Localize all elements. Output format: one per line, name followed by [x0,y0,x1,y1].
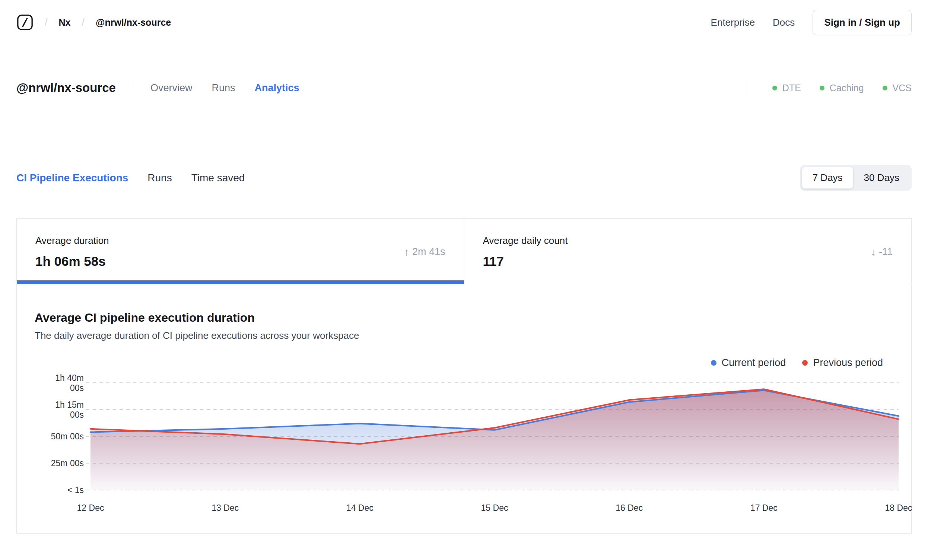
status-badge-label: DTE [782,82,801,93]
svg-text:15 Dec: 15 Dec [481,503,508,513]
stat-row: Average duration 1h 06m 58s ↑ 2m 41s Ave… [17,218,911,284]
svg-text:< 1s: < 1s [67,485,84,495]
tab-runs-analytics[interactable]: Runs [148,172,172,184]
tab-overview[interactable]: Overview [150,82,192,94]
nx-cloud-logo-icon[interactable] [17,14,34,31]
enterprise-link[interactable]: Enterprise [711,17,755,28]
stat-value: 1h 06m 58s [35,254,109,269]
tab-analytics[interactable]: Analytics [254,82,299,94]
blue-dot-icon [711,360,716,366]
range-7-days[interactable]: 7 Days [802,167,853,189]
svg-text:25m 00s: 25m 00s [51,458,84,468]
stat-delta-value: -11 [879,246,893,258]
green-dot-icon [772,85,777,90]
legend-label: Previous period [813,357,883,369]
title-divider [133,78,133,98]
breadcrumb-repo[interactable]: @nrwl/nx-source [96,17,171,28]
chart-legend: Current period Previous period [35,357,893,369]
docs-link[interactable]: Docs [773,17,795,28]
navbar-right: Enterprise Docs Sign in / Sign up [711,10,911,35]
status-badge-label: Caching [830,82,864,93]
green-dot-icon [882,85,887,90]
status-badge-dte: DTE [772,82,801,93]
breadcrumb-separator: / [45,17,48,28]
breadcrumb-separator: / [82,17,84,28]
workspace-header: @nrwl/nx-source Overview Runs Analytics … [0,78,928,98]
svg-text:13 Dec: 13 Dec [212,503,239,513]
arrow-up-icon: ↑ [404,246,409,258]
stat-delta-value: 2m 41s [412,246,446,258]
svg-text:1h 15m00s: 1h 15m00s [55,400,84,420]
legend-previous-period[interactable]: Previous period [802,357,883,369]
analytics-tab-list: CI Pipeline Executions Runs Time saved [17,172,245,184]
badge-divider [746,79,747,97]
stat-delta: ↑ 2m 41s [404,246,446,258]
legend-label: Current period [722,357,786,369]
range-30-days[interactable]: 30 Days [853,167,910,188]
svg-text:17 Dec: 17 Dec [750,503,778,513]
date-range-toggle: 7 Days 30 Days [800,165,911,191]
tab-time-saved[interactable]: Time saved [191,172,245,184]
svg-text:1h 40m00s: 1h 40m00s [55,373,84,393]
stat-label: Average daily count [483,235,568,247]
breadcrumb-org[interactable]: Nx [59,17,71,28]
workspace-tabs: Overview Runs Analytics [150,82,299,94]
chart-title: Average CI pipeline execution duration [35,311,893,325]
status-badge-caching: Caching [820,82,864,93]
stat-average-duration[interactable]: Average duration 1h 06m 58s ↑ 2m 41s [17,218,464,284]
svg-text:14 Dec: 14 Dec [346,503,374,513]
chart-subtitle: The daily average duration of CI pipelin… [35,330,893,342]
status-badge-vcs: VCS [882,82,911,93]
red-dot-icon [802,360,808,366]
status-badge-label: VCS [893,82,911,93]
tab-runs[interactable]: Runs [212,82,235,94]
arrow-down-icon: ↓ [871,246,876,258]
top-navbar: / Nx / @nrwl/nx-source Enterprise Docs S… [0,0,928,45]
svg-text:16 Dec: 16 Dec [615,503,643,513]
sign-in-button[interactable]: Sign in / Sign up [812,10,911,35]
svg-text:18 Dec: 18 Dec [885,503,912,513]
tab-ci-pipeline-executions[interactable]: CI Pipeline Executions [17,172,128,184]
duration-line-chart: 1h 40m00s1h 15m00s50m 00s25m 00s< 1s12 D… [35,372,904,520]
svg-text:50m 00s: 50m 00s [51,432,84,441]
chart-panel: Average CI pipeline execution duration T… [17,284,911,533]
breadcrumb: / Nx / @nrwl/nx-source [17,14,171,31]
stat-label: Average duration [35,235,109,247]
legend-current-period[interactable]: Current period [711,357,786,369]
svg-text:12 Dec: 12 Dec [77,503,104,513]
green-dot-icon [820,85,824,90]
stat-delta: ↓ -11 [871,246,893,258]
analytics-card: Average duration 1h 06m 58s ↑ 2m 41s Ave… [17,218,911,534]
stat-value: 117 [483,254,568,269]
analytics-section-tabs: CI Pipeline Executions Runs Time saved 7… [0,165,928,191]
page-title: @nrwl/nx-source [17,81,116,95]
stat-average-daily-count[interactable]: Average daily count 117 ↓ -11 [464,218,911,284]
workspace-status-badges: DTE Caching VCS [746,79,911,97]
